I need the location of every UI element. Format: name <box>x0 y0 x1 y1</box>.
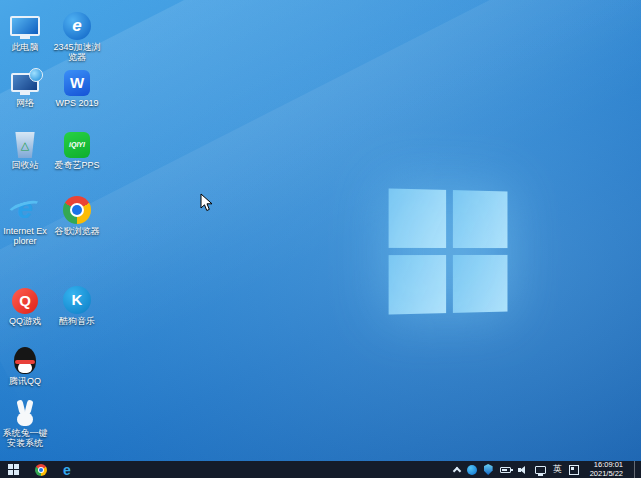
qq-game-icon: Q <box>12 280 38 314</box>
clock-date: 2021/5/22 <box>590 470 623 478</box>
kugou-badge: K <box>63 286 91 314</box>
battery-icon[interactable] <box>500 467 511 473</box>
desktop-icon-label: 回收站 <box>12 160 39 170</box>
iqiyi-icon: iQIYI <box>64 124 90 158</box>
taskbar-edge-button[interactable]: e <box>63 461 71 478</box>
taskbar-clock[interactable]: 16:09:01 2021/5/22 <box>586 461 627 478</box>
penguin-shape <box>14 347 36 374</box>
network-monitor-shape <box>11 73 39 92</box>
mouse-cursor <box>200 193 213 212</box>
desktop-icon-label: 网络 <box>16 98 34 108</box>
desktop-icon-label: 系统兔一键安装系统 <box>2 428 48 448</box>
desktop-icon-internet-explorer[interactable]: e Internet Explorer <box>2 190 48 246</box>
iqiyi-badge: iQIYI <box>64 132 90 158</box>
network-tray-icon[interactable] <box>535 466 546 474</box>
wps-icon: W <box>64 62 90 96</box>
monitor-shape <box>10 16 40 36</box>
desktop-icon-label: 此电脑 <box>12 42 39 52</box>
language-indicator[interactable]: 英 <box>553 461 562 478</box>
start-pane <box>8 470 13 475</box>
ime-indicator-icon[interactable] <box>569 465 579 475</box>
chrome-icon <box>35 464 47 476</box>
desktop-icon-label: QQ游戏 <box>9 316 41 326</box>
2345-badge: e <box>63 12 91 40</box>
antivirus-tray-icon[interactable] <box>467 465 477 475</box>
bin-shape: △ <box>15 132 35 158</box>
security-shield-icon[interactable] <box>484 464 493 475</box>
wps-badge: W <box>64 70 90 96</box>
desktop-icon-this-pc[interactable]: 此电脑 <box>2 6 48 52</box>
kugou-icon: K <box>63 280 91 314</box>
desktop-icon-label: 腾讯QQ <box>9 376 41 386</box>
windows-logo-pane <box>389 188 447 248</box>
desktop-icon-2345-browser[interactable]: e 2345加速浏览器 <box>52 6 102 62</box>
ie-letter: e <box>9 194 41 224</box>
show-desktop-button[interactable] <box>634 461 639 478</box>
internet-explorer-icon: e <box>9 190 41 224</box>
desktop-icon-wps-2019[interactable]: W WPS 2019 <box>52 62 102 108</box>
desktop-icon-system-rabbit-installer[interactable]: 系统兔一键安装系统 <box>2 392 48 448</box>
chrome-icon <box>63 190 91 224</box>
recycle-bin-icon: △ <box>15 124 35 158</box>
taskbar-left: e <box>0 461 71 478</box>
network-icon <box>11 62 39 96</box>
desktop-icon-label: WPS 2019 <box>55 98 98 108</box>
hidden-icons-chevron-icon[interactable] <box>452 467 460 475</box>
windows-logo-pane <box>389 255 447 315</box>
desktop-icon-label: 爱奇艺PPS <box>54 160 99 170</box>
windows-logo <box>389 188 508 314</box>
2345-browser-icon: e <box>63 6 91 40</box>
windows-logo-pane <box>453 190 508 248</box>
taskbar-chrome-button[interactable] <box>35 461 47 478</box>
start-pane <box>14 470 19 475</box>
desktop-icon-chrome[interactable]: 谷歌浏览器 <box>52 190 102 236</box>
rabbit-shape <box>17 412 33 426</box>
volume-icon[interactable] <box>518 465 528 475</box>
system-tray: 英 16:09:01 2021/5/22 <box>454 461 641 478</box>
chrome-wheel <box>63 196 91 224</box>
desktop-icon-recycle-bin[interactable]: △ 回收站 <box>2 124 48 170</box>
desktop-icon-label: 酷狗音乐 <box>59 316 95 326</box>
desktop-icon-iqiyi-pps[interactable]: iQIYI 爱奇艺PPS <box>52 124 102 170</box>
windows-logo-pane <box>453 255 508 313</box>
desktop[interactable]: 此电脑 网络 △ 回收站 e Internet Explorer Q QQ游戏 … <box>0 0 641 478</box>
edge-icon: e <box>63 463 71 477</box>
desktop-icon-label: 谷歌浏览器 <box>55 226 100 236</box>
rabbit-icon <box>17 392 33 426</box>
start-button[interactable] <box>8 461 19 478</box>
windows-start-icon <box>8 464 19 475</box>
desktop-icon-qq-game[interactable]: Q QQ游戏 <box>2 280 48 326</box>
desktop-icon-label: 2345加速浏览器 <box>52 42 102 62</box>
desktop-icon-kugou-music[interactable]: K 酷狗音乐 <box>52 280 102 326</box>
this-pc-icon <box>10 6 40 40</box>
qq-game-badge: Q <box>12 288 38 314</box>
taskbar: e 英 16:09:01 2021/5/22 <box>0 461 641 478</box>
start-pane <box>8 464 13 469</box>
desktop-icon-network[interactable]: 网络 <box>2 62 48 108</box>
desktop-icon-tencent-qq[interactable]: 腾讯QQ <box>2 340 48 386</box>
desktop-icon-label: Internet Explorer <box>2 226 48 246</box>
start-pane <box>14 464 19 469</box>
tencent-qq-penguin-icon <box>14 340 36 374</box>
